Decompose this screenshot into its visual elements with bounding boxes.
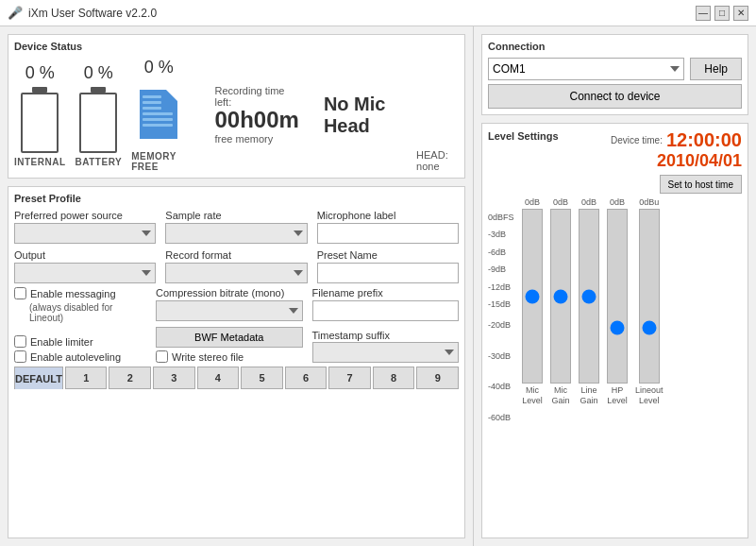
slider-col-1: 0dBMic Gain	[550, 197, 571, 424]
write-stereo-checkbox[interactable]	[156, 350, 168, 363]
preset-form-grid: Preferred power source Sample rate Micro…	[14, 210, 459, 283]
preset-profile-section: Preset Profile Preferred power source Sa…	[8, 186, 465, 538]
device-status-section: Device Status 0 % INTERNAL 0 %	[8, 34, 465, 179]
memory-icon	[138, 81, 179, 147]
recording-time-value: 00h00m	[215, 108, 299, 132]
filename-prefix-field: Filename prefix	[312, 287, 460, 321]
power-source-select[interactable]	[14, 223, 156, 244]
device-status-row: 0 % INTERNAL 0 % BATTERY	[14, 58, 459, 172]
preset-tab-2[interactable]: 2	[109, 367, 151, 389]
left-panel: Device Status 0 % INTERNAL 0 %	[0, 26, 473, 546]
bwf-area: BWF Metadata Write stereo file	[156, 327, 303, 363]
preset-tab-4[interactable]: 4	[197, 367, 240, 389]
svg-rect-4	[143, 118, 173, 121]
timestamp-select[interactable]	[312, 342, 460, 363]
bwf-metadata-button[interactable]: BWF Metadata	[156, 327, 303, 348]
preset-tab-5[interactable]: 5	[241, 367, 283, 389]
record-format-select[interactable]	[165, 263, 307, 283]
connect-button[interactable]: Connect to device	[488, 84, 742, 109]
mic-label-label: Microphone label	[317, 210, 459, 221]
level-settings-title-area: Level Settings	[488, 129, 559, 143]
slider-0[interactable]	[522, 209, 543, 384]
preset-tab-3[interactable]: 3	[153, 367, 195, 389]
slider-top-label-1: 0dB	[553, 197, 568, 207]
battery-icon	[77, 87, 119, 153]
record-format-label: Record format	[165, 249, 307, 261]
slider-bot-label-4: Lineout Level	[635, 385, 664, 406]
preset-tab-default[interactable]: DEFAULT	[14, 367, 63, 389]
slider-2[interactable]	[579, 209, 599, 384]
record-format-field: Record format	[165, 249, 307, 283]
preset-tab-8[interactable]: 8	[373, 367, 415, 389]
slider-top-label-3: 0dB	[610, 197, 625, 207]
slider-col-3: 0dBHP Level	[607, 197, 628, 424]
slider-col-0: 0dBMic Level	[522, 197, 543, 424]
device-date-value: 2010/04/01	[611, 151, 742, 171]
internal-battery-icon	[19, 87, 60, 153]
set-host-time-button[interactable]: Set to host time	[660, 175, 742, 194]
always-disabled-label: (always disabled for Lineout)	[29, 302, 146, 323]
compression-label: Compression bitrate (mono)	[156, 287, 303, 299]
enable-messaging-label[interactable]: Enable messaging	[14, 287, 146, 299]
battery-body	[21, 93, 59, 153]
connection-section: Connection COM1 Help Connect to device	[481, 34, 748, 115]
slider-bot-label-0: Mic Level	[522, 385, 543, 406]
level-meters-container: 0dBFS -3dB -6dB -9dB -12dB -15dB -20dB -…	[488, 197, 742, 424]
preset-tab-1[interactable]: 1	[65, 367, 108, 389]
internal-label: INTERNAL	[14, 157, 66, 167]
enable-limiter-label[interactable]: Enable limiter	[14, 335, 146, 348]
no-mic-head: No Mic Head	[324, 94, 407, 137]
slider-col-2: 0dBLine Gain	[579, 197, 599, 424]
battery-status: 0 % BATTERY	[76, 63, 123, 167]
title-bar-controls: — □ ✕	[696, 6, 748, 21]
slider-top-label-0: 0dB	[525, 197, 540, 207]
slider-col-4: 0dBuLineout Level	[635, 197, 664, 424]
write-stereo-label[interactable]: Write stereo file	[156, 350, 303, 363]
battery-label: BATTERY	[76, 157, 123, 167]
slider-3[interactable]	[607, 209, 628, 384]
minimize-button[interactable]: —	[696, 6, 711, 21]
slider-bot-label-2: Line Gain	[580, 385, 597, 406]
compression-select[interactable]	[156, 300, 303, 321]
help-button[interactable]: Help	[690, 58, 742, 80]
device-time-area: Device time: 12:00:00 2010/04/01 Set to …	[611, 129, 742, 194]
battery-tip2	[91, 87, 106, 93]
maximize-button[interactable]: □	[714, 6, 730, 21]
filename-prefix-input[interactable]	[312, 300, 460, 321]
close-button[interactable]: ✕	[733, 6, 748, 21]
svg-rect-1	[143, 101, 161, 104]
slider-1[interactable]	[550, 209, 571, 384]
svg-rect-0	[143, 95, 161, 98]
enable-messaging-checkbox[interactable]	[14, 287, 26, 299]
output-select[interactable]	[14, 263, 156, 283]
output-label: Output	[14, 249, 156, 261]
db-scale: 0dBFS -3dB -6dB -9dB -12dB -15dB -20dB -…	[488, 197, 522, 424]
preset-tab-9[interactable]: 9	[416, 367, 459, 389]
power-source-label: Preferred power source	[14, 210, 156, 221]
sample-rate-label: Sample rate	[165, 210, 307, 221]
enable-autoleveling-label[interactable]: Enable autoleveling	[14, 350, 146, 363]
right-panel: Connection COM1 Help Connect to device L…	[473, 26, 756, 546]
preset-tabs: DEFAULT123456789	[14, 367, 459, 389]
preset-name-input[interactable]	[317, 263, 459, 283]
battery-body2	[79, 93, 117, 153]
svg-rect-2	[143, 107, 161, 110]
output-field: Output	[14, 249, 156, 283]
preset-name-field: Preset Name	[317, 249, 459, 283]
preset-tab-6[interactable]: 6	[285, 367, 328, 389]
sample-rate-select[interactable]	[165, 223, 307, 244]
preset-tab-7[interactable]: 7	[328, 367, 371, 389]
com-port-select[interactable]: COM1	[488, 58, 684, 80]
memory-pct: 0 %	[144, 58, 174, 77]
main-content: Device Status 0 % INTERNAL 0 %	[0, 26, 756, 546]
device-status-title: Device Status	[14, 41, 459, 52]
enable-limiter-checkbox[interactable]	[14, 335, 26, 348]
free-memory-label: free memory	[215, 133, 299, 145]
slider-bot-label-1: Mic Gain	[551, 385, 569, 406]
filename-prefix-label: Filename prefix	[312, 287, 460, 299]
slider-4[interactable]	[639, 209, 660, 384]
svg-rect-5	[143, 124, 173, 127]
mic-label-input[interactable]	[317, 223, 459, 244]
title-bar: 🎤 iXm User Software v2.2.0 — □ ✕	[0, 0, 756, 26]
enable-autoleveling-checkbox[interactable]	[14, 350, 26, 363]
